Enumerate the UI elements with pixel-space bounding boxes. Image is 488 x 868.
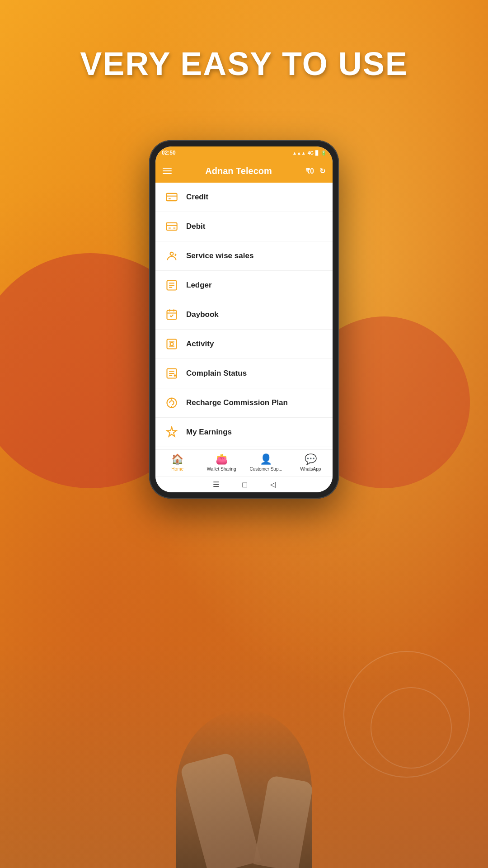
- hamburger-line-3: [163, 173, 172, 174]
- ledger-icon: [164, 277, 180, 293]
- customer-support-label: Customer Sup...: [250, 467, 282, 472]
- menu-item-my-earnings[interactable]: My Earnings: [155, 418, 333, 447]
- complain-status-label: Complain Status: [186, 369, 247, 378]
- nav-home[interactable]: 🏠 Home: [162, 453, 193, 472]
- svg-rect-12: [167, 311, 177, 320]
- credit-icon: [164, 189, 180, 205]
- wallet-sharing-icon: 👛: [216, 453, 228, 465]
- debit-label: Debit: [186, 222, 206, 231]
- menu-item-debit[interactable]: Debit: [155, 212, 333, 241]
- service-wise-sales-icon: [164, 248, 180, 264]
- hamburger-menu[interactable]: [163, 168, 172, 174]
- hamburger-line-1: [163, 168, 172, 169]
- menu-item-complain-status[interactable]: Complain Status: [155, 359, 333, 388]
- recharge-commission-plan-label: Recharge Commission Plan: [186, 398, 288, 407]
- hands-photo-area: [0, 642, 488, 868]
- recharge-commission-plan-icon: [164, 395, 180, 411]
- menu-item-recharge-commission-plan[interactable]: Recharge Commission Plan: [155, 388, 333, 418]
- signal-type: 4G: [308, 151, 314, 156]
- service-wise-sales-label: Service wise sales: [186, 251, 253, 260]
- my-earnings-icon: [164, 424, 180, 440]
- headline: VERY EASY TO USE: [0, 45, 488, 82]
- menu-item-activity[interactable]: Activity: [155, 330, 333, 359]
- status-time: 02:50: [162, 150, 176, 156]
- svg-rect-16: [167, 340, 177, 349]
- app-title: Adnan Telecom: [205, 166, 272, 176]
- nav-wallet-sharing[interactable]: 👛 Wallet Sharing: [206, 453, 237, 472]
- phone-mockup: 02:50 ▲▲▲ 4G ▊ 🔋 Adnan Telecom ₹0: [149, 140, 339, 499]
- svg-point-7: [170, 252, 174, 255]
- activity-icon: [164, 336, 180, 352]
- hamburger-line-2: [163, 170, 172, 171]
- header-actions: ₹0 ↻: [305, 167, 325, 175]
- nav-whatsapp[interactable]: 💬 WhatsApp: [295, 453, 326, 472]
- menu-list: Credit Debit Service wise sales: [155, 183, 333, 449]
- svg-point-17: [170, 343, 174, 346]
- android-back-icon[interactable]: ◁: [270, 480, 276, 489]
- svg-rect-3: [166, 223, 177, 230]
- home-label: Home: [171, 467, 183, 472]
- whatsapp-icon: 💬: [305, 453, 317, 465]
- customer-support-icon: 👤: [260, 453, 272, 465]
- daybook-label: Daybook: [186, 310, 219, 319]
- phone-outer-shell: 02:50 ▲▲▲ 4G ▊ 🔋 Adnan Telecom ₹0: [149, 140, 339, 499]
- app-header: Adnan Telecom ₹0 ↻: [155, 159, 333, 183]
- whatsapp-label: WhatsApp: [300, 467, 321, 472]
- wifi-icon: ▊: [315, 151, 319, 156]
- svg-point-24: [174, 374, 176, 377]
- daybook-icon: [164, 307, 180, 323]
- phone-screen: 02:50 ▲▲▲ 4G ▊ 🔋 Adnan Telecom ₹0: [155, 146, 333, 492]
- status-bar: 02:50 ▲▲▲ 4G ▊ 🔋: [155, 146, 333, 159]
- signal-icon: ▲▲▲: [292, 151, 306, 156]
- android-nav-bar: ☰ ◻ ◁: [155, 476, 333, 492]
- ledger-label: Ledger: [186, 281, 212, 290]
- balance-display: ₹0: [305, 167, 314, 175]
- menu-item-daybook[interactable]: Daybook: [155, 300, 333, 330]
- complain-status-icon: [164, 365, 180, 382]
- menu-item-credit[interactable]: Credit: [155, 183, 333, 212]
- refresh-icon[interactable]: ↻: [319, 167, 325, 175]
- menu-item-service-wise-sales[interactable]: Service wise sales: [155, 241, 333, 271]
- wallet-sharing-label: Wallet Sharing: [207, 467, 236, 472]
- home-icon: 🏠: [171, 453, 183, 465]
- battery-icon: 🔋: [321, 151, 326, 156]
- debit-icon: [164, 218, 180, 235]
- my-earnings-label: My Earnings: [186, 428, 232, 437]
- nav-customer-support[interactable]: 👤 Customer Sup...: [250, 453, 282, 472]
- activity-label: Activity: [186, 340, 214, 349]
- android-menu-icon[interactable]: ☰: [213, 480, 219, 489]
- bottom-nav: 🏠 Home 👛 Wallet Sharing 👤 Customer Sup..…: [155, 449, 333, 476]
- svg-rect-0: [166, 193, 177, 201]
- android-home-icon[interactable]: ◻: [242, 480, 248, 489]
- credit-label: Credit: [186, 193, 208, 202]
- status-icons: ▲▲▲ 4G ▊ 🔋: [292, 151, 326, 156]
- menu-item-ledger[interactable]: Ledger: [155, 271, 333, 300]
